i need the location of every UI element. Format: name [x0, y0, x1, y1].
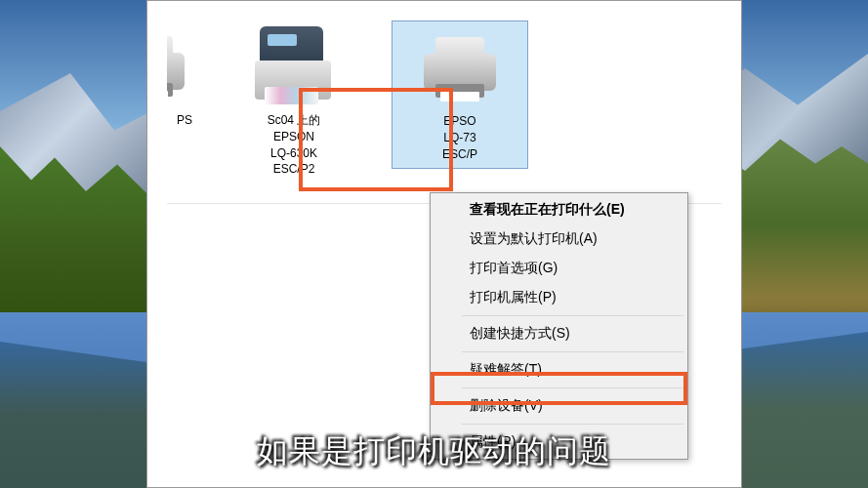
printer-mfp-icon — [250, 26, 338, 104]
menu-separator — [462, 424, 683, 425]
device-label: Sc04 上的 EPSON LQ-630K ESC/P2 — [268, 112, 321, 178]
device-item[interactable]: PS — [167, 20, 196, 135]
menu-item-troubleshoot[interactable]: 疑难解答(T) — [462, 355, 685, 385]
device-label: EPSO LQ-73 ESC/P — [442, 113, 477, 162]
video-caption: 如果是打印机驱动的问题 — [257, 430, 611, 473]
menu-separator — [462, 315, 683, 316]
printer-icon — [416, 27, 504, 105]
device-label: PS — [177, 112, 192, 129]
menu-item-create-shortcut[interactable]: 创建快捷方式(S) — [462, 319, 685, 348]
menu-item-see-printing[interactable]: 查看现在正在打印什么(E) — [462, 195, 685, 224]
menu-item-printer-props[interactable]: 打印机属性(P) — [462, 283, 685, 312]
devices-list: PS Sc04 上的 EPSON LQ-630K ESC/P2 EPSO LQ-… — [167, 11, 722, 204]
device-item[interactable]: Sc04 上的 EPSON LQ-630K ESC/P2 — [226, 20, 362, 183]
menu-item-remove-device[interactable]: 删除设备(V) — [462, 391, 685, 421]
menu-item-set-default[interactable]: 设置为默认打印机(A) — [462, 224, 685, 254]
printer-icon — [167, 26, 192, 104]
menu-separator — [462, 351, 683, 352]
menu-separator — [462, 387, 683, 388]
context-menu: 查看现在正在打印什么(E) 设置为默认打印机(A) 打印首选项(G) 打印机属性… — [430, 192, 688, 460]
device-item-selected[interactable]: EPSO LQ-73 ESC/P — [392, 20, 528, 169]
menu-item-print-prefs[interactable]: 打印首选项(G) — [462, 254, 685, 283]
